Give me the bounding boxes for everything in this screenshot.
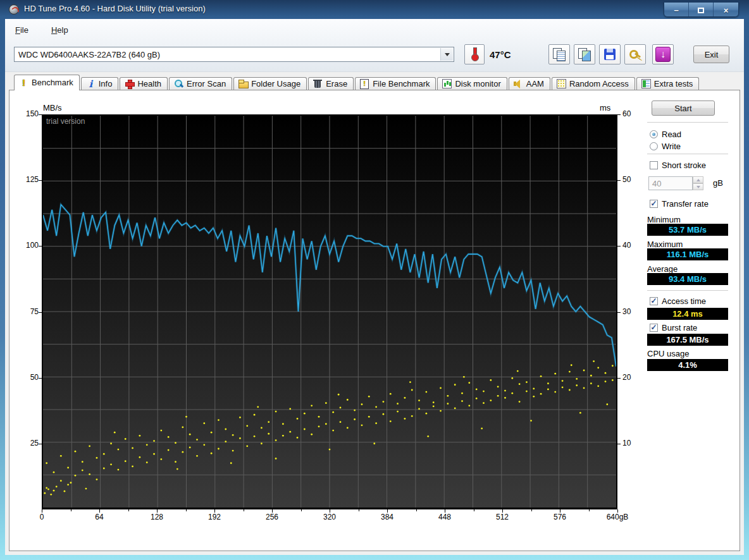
maximize-button[interactable] (689, 3, 714, 17)
exit-button[interactable]: Exit (693, 46, 729, 63)
start-button[interactable]: Start (652, 100, 715, 116)
app-icon (9, 4, 19, 15)
minimize-button[interactable]: − (664, 3, 689, 17)
exit-label: Exit (705, 50, 719, 59)
options-button[interactable] (624, 44, 646, 64)
x-tick-label: 448 (426, 513, 464, 521)
cpu-usage-value: 4.1% (647, 359, 728, 371)
title-bar[interactable]: HD Tune Pro 4.60 - Hard Disk Utility (tr… (0, 0, 749, 19)
save-icon (604, 49, 616, 60)
left-tick-label: 75 (18, 307, 39, 316)
access-time-label: Access time (662, 296, 706, 306)
copy-image-button[interactable] (574, 44, 595, 64)
maximize-icon (698, 8, 704, 13)
burst-rate-label: Burst rate (662, 323, 697, 332)
left-tick-mark (39, 312, 42, 313)
right-tick-label: 10 (622, 439, 631, 447)
error-scan-icon (174, 79, 183, 88)
left-tick-mark (39, 114, 42, 115)
tab-label: Folder Usage (251, 79, 300, 88)
keys-icon (629, 49, 641, 60)
read-radio[interactable] (650, 130, 658, 138)
x-tick-mark (330, 509, 330, 513)
benchmark-icon (19, 78, 28, 87)
update-button[interactable]: ↓ (652, 44, 674, 64)
erase-icon (313, 79, 323, 88)
write-radio[interactable] (650, 142, 658, 150)
close-button[interactable]: × (714, 3, 738, 17)
short-stroke-value: 40 (652, 179, 661, 188)
x-minor-tick-mark (301, 509, 302, 511)
short-stroke-label: Short stroke (662, 161, 706, 170)
tab-error-scan[interactable]: Error Scan (169, 77, 232, 90)
drive-selector[interactable]: WDC WD6400AAKS-22A7B2 (640 gB) (14, 47, 454, 62)
right-tick-label: 40 (622, 241, 631, 250)
tab-aam[interactable]: AAM (509, 77, 550, 90)
right-tick-mark (617, 180, 621, 181)
x-tick-label: 576 (541, 513, 579, 521)
left-tick-mark (39, 180, 42, 181)
start-label: Start (674, 104, 691, 113)
left-tick-label: 150 (18, 109, 39, 118)
right-tick-label: 30 (622, 307, 631, 316)
separator (647, 154, 728, 155)
tab-disk-monitor[interactable]: Disk monitor (437, 77, 507, 90)
tab-file-benchmark[interactable]: File Benchmark (355, 77, 436, 90)
tab-info[interactable]: Info (81, 77, 119, 90)
health-icon (125, 79, 134, 88)
drive-selector-dropdown[interactable] (440, 48, 453, 61)
right-tick-mark (617, 246, 621, 247)
x-tick-mark (42, 509, 42, 513)
left-tick-label: 50 (18, 373, 39, 382)
tab-health[interactable]: Health (120, 77, 168, 90)
x-tick-mark (502, 509, 503, 513)
right-tick-label: 60 (622, 109, 631, 118)
download-arrow-icon: ↓ (655, 47, 671, 62)
short-stroke-stepper[interactable] (693, 176, 703, 190)
x-tick-mark (560, 509, 560, 513)
tab-label: AAM (526, 79, 544, 88)
tab-erase[interactable]: Erase (308, 77, 354, 90)
temperature-button[interactable] (464, 44, 485, 64)
x-minor-tick-mark (359, 509, 359, 511)
left-tick-label: 125 (18, 175, 39, 184)
short-stroke-checkbox[interactable] (650, 161, 658, 169)
left-axis-title: MB/s (43, 103, 62, 113)
x-tick-label: 0 (23, 513, 61, 521)
menu-help[interactable]: Help (47, 23, 72, 37)
x-tick-mark (214, 509, 215, 513)
tab-label: Disk monitor (455, 79, 500, 88)
x-tick-label: 320 (311, 513, 349, 521)
access-time-checkbox[interactable]: ✓ (650, 297, 658, 305)
trial-watermark: trial version (46, 117, 85, 126)
tab-label: Random Access (569, 79, 629, 88)
tab-extra-tests[interactable]: Extra tests (636, 77, 699, 90)
transfer-rate-checkbox[interactable]: ✓ (650, 200, 658, 208)
short-stroke-value-input[interactable]: 40 (648, 176, 693, 190)
x-tick-mark (272, 509, 273, 513)
save-button[interactable] (599, 44, 621, 64)
tab-benchmark[interactable]: Benchmark (14, 75, 80, 90)
close-icon: × (724, 6, 729, 15)
app-window: HD Tune Pro 4.60 - Hard Disk Utility (tr… (0, 0, 749, 560)
copy-text-button[interactable] (548, 44, 570, 64)
cpu-usage-label: CPU usage (647, 349, 689, 358)
x-tick-label: 256 (253, 513, 291, 521)
tab-random-access[interactable]: Random Access (552, 77, 635, 90)
average-label: Average (647, 264, 678, 274)
left-tick-mark (39, 444, 42, 444)
menu-file[interactable]: File (11, 23, 32, 37)
burst-rate-checkbox[interactable]: ✓ (650, 324, 658, 332)
x-minor-tick-mark (128, 509, 129, 511)
benchmark-chart: trial version (42, 114, 617, 509)
benchmark-panel: MB/s ms trial version Start Read Write S… (9, 90, 740, 551)
tab-label: Health (137, 79, 161, 88)
x-tick-mark (445, 509, 445, 513)
window-title: HD Tune Pro 4.60 - Hard Disk Utility (tr… (24, 4, 206, 13)
average-value: 93.4 MB/s (647, 273, 728, 285)
access-time-value: 12.4 ms (647, 308, 728, 320)
tab-label: Erase (326, 79, 347, 88)
chevron-down-icon (445, 53, 450, 56)
tab-folder-usage[interactable]: Folder Usage (233, 77, 307, 90)
x-tick-label: 512 (483, 513, 521, 521)
